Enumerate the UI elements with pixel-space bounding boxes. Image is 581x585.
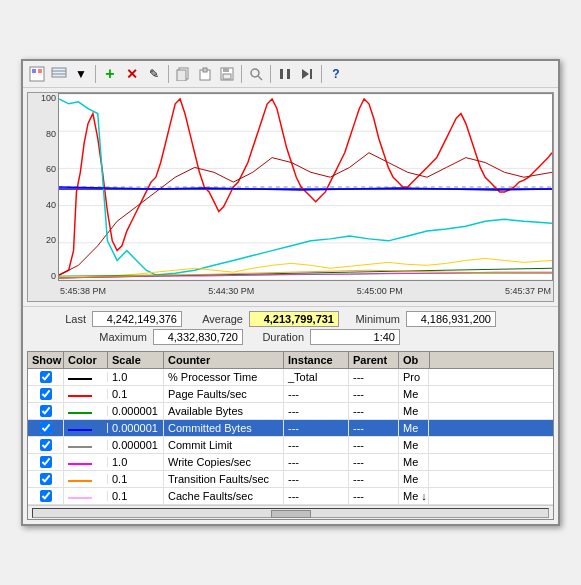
- y-label-60: 60: [30, 164, 56, 174]
- row1-color: [64, 372, 108, 382]
- average-label: Average: [188, 313, 243, 325]
- pause-button[interactable]: [275, 64, 295, 84]
- table-row[interactable]: 0.1 Cache Faults/sec --- --- Me ↓: [28, 488, 553, 505]
- svg-point-13: [251, 69, 259, 77]
- row2-parent: ---: [349, 386, 399, 402]
- row5-show[interactable]: [28, 437, 64, 453]
- scrollbar-thumb[interactable]: [271, 510, 311, 518]
- row3-counter: Available Bytes: [164, 403, 284, 419]
- row2-ob: Me: [399, 386, 429, 402]
- table-row[interactable]: 0.1 Transition Faults/sec --- --- Me: [28, 471, 553, 488]
- svg-rect-16: [287, 69, 290, 79]
- delete-button[interactable]: ✕: [122, 64, 142, 84]
- svg-rect-18: [310, 69, 312, 79]
- row4-parent: ---: [349, 420, 399, 436]
- row7-instance: ---: [284, 471, 349, 487]
- minimum-value: 4,186,931,200: [406, 311, 496, 327]
- toolbar: ▼ + ✕ ✎: [23, 61, 558, 88]
- paste-button[interactable]: [195, 64, 215, 84]
- row1-ob: Pro: [399, 369, 429, 385]
- col-parent: Parent: [349, 352, 399, 368]
- row8-ob: Me ↓: [399, 488, 429, 504]
- separator-3: [241, 65, 242, 83]
- separator-1: [95, 65, 96, 83]
- table-row[interactable]: 0.1 Page Faults/sec --- --- Me: [28, 386, 553, 403]
- separator-4: [270, 65, 271, 83]
- table-row[interactable]: 0.000001 Available Bytes --- --- Me: [28, 403, 553, 420]
- row5-counter: Commit Limit: [164, 437, 284, 453]
- row3-color: [64, 406, 108, 416]
- svg-rect-15: [280, 69, 283, 79]
- save-button[interactable]: [217, 64, 237, 84]
- row1-counter: % Processor Time: [164, 369, 284, 385]
- row7-show[interactable]: [28, 471, 64, 487]
- view-button[interactable]: [49, 64, 69, 84]
- row5-instance: ---: [284, 437, 349, 453]
- row3-instance: ---: [284, 403, 349, 419]
- highlight-button[interactable]: ✎: [144, 64, 164, 84]
- last-label: Last: [31, 313, 86, 325]
- svg-rect-1: [32, 69, 36, 73]
- table-body: 1.0 % Processor Time _Total --- Pro 0.1 …: [28, 369, 553, 505]
- row8-parent: ---: [349, 488, 399, 504]
- row2-instance: ---: [284, 386, 349, 402]
- col-counter: Counter: [164, 352, 284, 368]
- row6-instance: ---: [284, 454, 349, 470]
- table-row[interactable]: 0.000001 Commit Limit --- --- Me: [28, 437, 553, 454]
- x-label-2: 5:44:30 PM: [208, 286, 254, 296]
- search-button[interactable]: [246, 64, 266, 84]
- svg-marker-17: [302, 69, 309, 79]
- svg-line-14: [258, 76, 262, 80]
- x-label-end: 5:45:37 PM: [505, 286, 551, 296]
- y-label-40: 40: [30, 200, 56, 210]
- new-counter-set-button[interactable]: [27, 64, 47, 84]
- y-label-0: 0: [30, 271, 56, 281]
- row3-parent: ---: [349, 403, 399, 419]
- svg-rect-12: [223, 74, 231, 79]
- row2-show[interactable]: [28, 386, 64, 402]
- stats-row-2: Maximum 4,332,830,720 Duration 1:40: [31, 329, 550, 345]
- row8-show[interactable]: [28, 488, 64, 504]
- chart-area: [58, 93, 553, 281]
- counter-table: Show Color Scale Counter Instance Parent…: [27, 351, 554, 520]
- maximum-label: Maximum: [92, 331, 147, 343]
- step-button[interactable]: [297, 64, 317, 84]
- row6-show[interactable]: [28, 454, 64, 470]
- row4-color: [64, 423, 108, 433]
- x-axis: 5:45:38 PM 5:44:30 PM 5:45:00 PM 5:45:37…: [58, 281, 553, 301]
- row2-counter: Page Faults/sec: [164, 386, 284, 402]
- col-show: Show: [28, 352, 64, 368]
- row7-scale: 0.1: [108, 471, 164, 487]
- horizontal-scrollbar[interactable]: [28, 505, 553, 519]
- view-dropdown[interactable]: ▼: [71, 64, 91, 84]
- row6-scale: 1.0: [108, 454, 164, 470]
- row1-parent: ---: [349, 369, 399, 385]
- stats-row-1: Last 4,242,149,376 Average 4,213,799,731…: [31, 311, 550, 327]
- copy-button[interactable]: [173, 64, 193, 84]
- add-button[interactable]: +: [100, 64, 120, 84]
- row5-parent: ---: [349, 437, 399, 453]
- svg-rect-7: [177, 70, 186, 81]
- table-row[interactable]: 1.0 Write Copies/sec --- --- Me: [28, 454, 553, 471]
- performance-monitor-window: ▼ + ✕ ✎: [21, 59, 560, 526]
- table-row[interactable]: 1.0 % Processor Time _Total --- Pro: [28, 369, 553, 386]
- row3-show[interactable]: [28, 403, 64, 419]
- y-label-100: 100: [30, 93, 56, 103]
- scrollbar-up[interactable]: [429, 352, 445, 368]
- row6-parent: ---: [349, 454, 399, 470]
- row7-color: [64, 474, 108, 484]
- row1-show[interactable]: [28, 369, 64, 385]
- row4-show[interactable]: [28, 420, 64, 436]
- table-header: Show Color Scale Counter Instance Parent…: [28, 352, 553, 369]
- help-button[interactable]: ?: [326, 64, 346, 84]
- col-ob: Ob: [399, 352, 429, 368]
- duration-label: Duration: [249, 331, 304, 343]
- minimum-label: Minimum: [345, 313, 400, 325]
- duration-value: 1:40: [310, 329, 400, 345]
- row4-instance: ---: [284, 420, 349, 436]
- scrollbar-track[interactable]: [32, 508, 549, 518]
- row2-color: [64, 389, 108, 399]
- average-value: 4,213,799,731: [249, 311, 339, 327]
- table-row-committed-bytes[interactable]: 0.000001 Committed Bytes --- --- Me: [28, 420, 553, 437]
- row4-scale: 0.000001: [108, 420, 164, 436]
